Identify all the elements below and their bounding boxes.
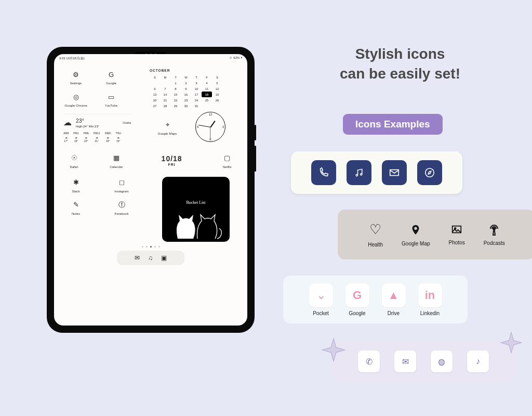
headline: Stylish icons can be easily set!	[291, 44, 509, 84]
svg-point-3	[425, 168, 434, 177]
photos-app[interactable]: Photos	[449, 224, 465, 245]
app-chrome[interactable]: ◎ Google Chrome	[63, 91, 88, 107]
calendar-month: OCTOBER	[150, 69, 222, 72]
mail-icon[interactable]: ✉	[135, 254, 140, 262]
app-label: Podcasts	[484, 240, 505, 246]
google-app[interactable]: G Google	[345, 283, 369, 316]
music-icon[interactable]: ♫	[148, 254, 153, 262]
app-facebook[interactable]: ⓕ Facebook	[109, 199, 134, 215]
music-icon[interactable]	[347, 160, 371, 185]
app-notes[interactable]: ✎ Notes	[63, 199, 88, 215]
svg-point-6	[493, 228, 495, 230]
mail-icon[interactable]: ✉	[394, 350, 416, 372]
clock-widget[interactable]: 12 6 9 3	[195, 112, 225, 142]
date-widget[interactable]: 10/18 FRI	[156, 154, 188, 166]
app-label: Safari	[70, 165, 78, 168]
app-google[interactable]: G Google	[99, 69, 124, 85]
svg-point-0	[356, 174, 357, 176]
googlemap-app[interactable]: Google Map	[402, 223, 430, 246]
sparkle-icon	[500, 331, 523, 354]
headline-line-1: Stylish icons	[291, 44, 509, 64]
example-row-pastel: ⌄ Pocket G Google ▲ Drive in Linkedin	[283, 276, 468, 323]
tv-icon: ▢	[224, 154, 230, 162]
app-label: Facebook	[114, 212, 128, 215]
cats-illustration	[167, 209, 224, 240]
app-label: Linkedin	[420, 310, 440, 316]
app-label: Google Map	[402, 241, 430, 246]
music-icon[interactable]: ♪	[467, 350, 489, 372]
app-settings[interactable]: ⚙ Settings	[63, 69, 88, 85]
google-icon: G	[109, 71, 114, 79]
example-row-navy	[291, 151, 462, 194]
volume-up-button[interactable]	[255, 125, 256, 140]
calendar-widget[interactable]: OCTOBER SMTWTFS1234567891011121314151617…	[150, 69, 222, 109]
phone-icon[interactable]: ✆	[358, 350, 380, 372]
photos-icon[interactable]: ▣	[161, 254, 167, 262]
podcasts-app[interactable]: Podcasts	[484, 224, 505, 246]
podcast-icon	[488, 224, 500, 236]
linkedin-icon: in	[425, 289, 435, 302]
app-youtube[interactable]: ▭ YouTube	[99, 91, 124, 107]
weather-cloud-icon: ☁	[63, 118, 72, 128]
pocket-app[interactable]: ⌄ Pocket	[309, 283, 333, 316]
volume-down-button[interactable]	[255, 146, 256, 172]
page-dots[interactable]	[63, 246, 238, 248]
ipad-device: 3:03 10月18日(金) ᯤ 62% ▮ ⚙ Settings ◎ Goog…	[47, 47, 255, 333]
icons-examples-badge: Icons Examples	[343, 114, 443, 135]
calendar-grid: SMTWTFS123456789101112131415161718192021…	[150, 74, 222, 109]
globe-icon[interactable]: ◍	[431, 350, 453, 372]
bucketlist-widget[interactable]: Bucket List	[162, 177, 230, 242]
app-label: Google	[349, 310, 365, 316]
example-row-grey: ♡ Health Google Map Photos Podcasts	[338, 210, 532, 259]
statusbar-battery: ᯤ 62% ▮	[230, 56, 242, 61]
app-instagram[interactable]: ◻ Instagram	[109, 177, 134, 193]
app-label: YouTube	[105, 103, 117, 107]
weather-temp: 23°	[76, 118, 99, 125]
app-label: Pocket	[313, 310, 329, 316]
date-day: FRI	[156, 163, 188, 166]
svg-point-1	[361, 174, 362, 175]
pin-icon	[410, 223, 421, 237]
app-label: Google Chrome	[64, 103, 87, 107]
headline-line-2: can be easily set!	[291, 64, 509, 84]
chrome-icon: ◎	[73, 93, 79, 101]
image-icon	[450, 224, 463, 236]
app-netflix[interactable]: ▢ Netflix	[217, 152, 238, 168]
app-label: Netflix	[223, 165, 232, 168]
weather-hourly: AM8☁17°PM1☁19°PM6☁23°PM11☁21°WED☁18°THU☁…	[63, 132, 131, 143]
home-screen: ⚙ Settings ◎ Google Chrome G Google ▭	[54, 66, 247, 326]
compass-icon: ☉	[71, 154, 77, 162]
weather-widget[interactable]: ☁ 23° High:24° Min:23° Osaka AM8☁17°PM1☁…	[63, 114, 131, 143]
app-label: Health	[368, 242, 383, 248]
linkedin-app[interactable]: in Linkedin	[418, 283, 442, 316]
example-row-lavender: ✆ ✉ ◍ ♪	[332, 341, 514, 382]
mail-icon[interactable]	[382, 160, 407, 185]
app-label: Google	[106, 81, 116, 85]
dock: ✉ ♫ ▣	[117, 251, 184, 265]
app-label: Settings	[70, 81, 82, 85]
phone-icon[interactable]	[311, 160, 336, 185]
notes-icon: ✎	[73, 201, 79, 209]
app-slack[interactable]: ✱ Slack	[63, 177, 88, 193]
weather-hilo: High:24° Min:23°	[76, 125, 99, 129]
bucket-title: Bucket List	[186, 200, 205, 205]
compass-icon[interactable]	[417, 160, 442, 185]
drive-app[interactable]: ▲ Drive	[382, 283, 406, 316]
app-label: Notes	[72, 212, 80, 215]
app-label: Slack	[72, 189, 79, 193]
app-calendar[interactable]: ▦ Calendar	[105, 152, 127, 168]
gear-icon: ⚙	[73, 71, 79, 79]
app-safari[interactable]: ☉ Safari	[63, 152, 85, 168]
ipad-screen: 3:03 10月18日(金) ᯤ 62% ▮ ⚙ Settings ◎ Goog…	[54, 54, 247, 326]
app-label: Calendar	[110, 165, 123, 168]
slack-icon: ✱	[73, 178, 79, 186]
health-app[interactable]: ♡ Health	[368, 222, 383, 248]
pin-icon: ⌖	[166, 121, 169, 129]
statusbar-time: 3:03 10月18日(金)	[59, 56, 85, 61]
app-label: Photos	[449, 240, 465, 245]
app-maps[interactable]: ⌖ Google Maps	[155, 119, 180, 135]
sparkle-icon	[321, 337, 346, 362]
calendar-icon: ▦	[113, 154, 119, 162]
app-label: Instagram	[114, 189, 129, 193]
date-value: 10/18	[156, 154, 188, 163]
